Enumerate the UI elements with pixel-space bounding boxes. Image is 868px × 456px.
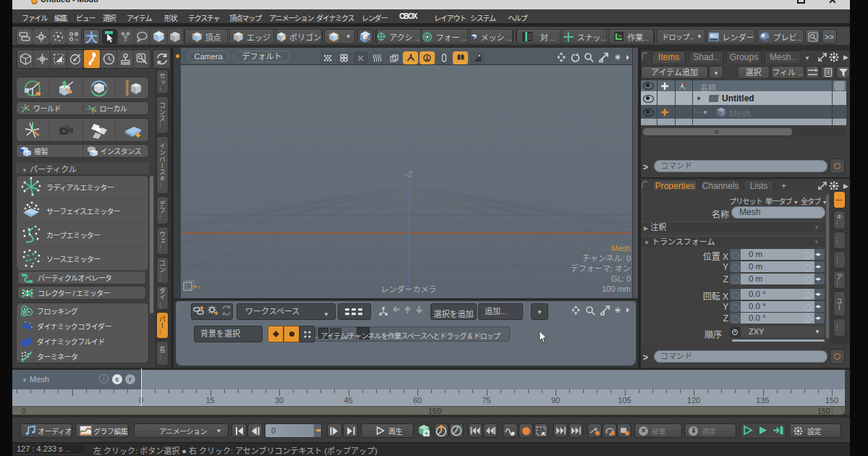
svg-text:-Z: -Z xyxy=(405,170,413,179)
